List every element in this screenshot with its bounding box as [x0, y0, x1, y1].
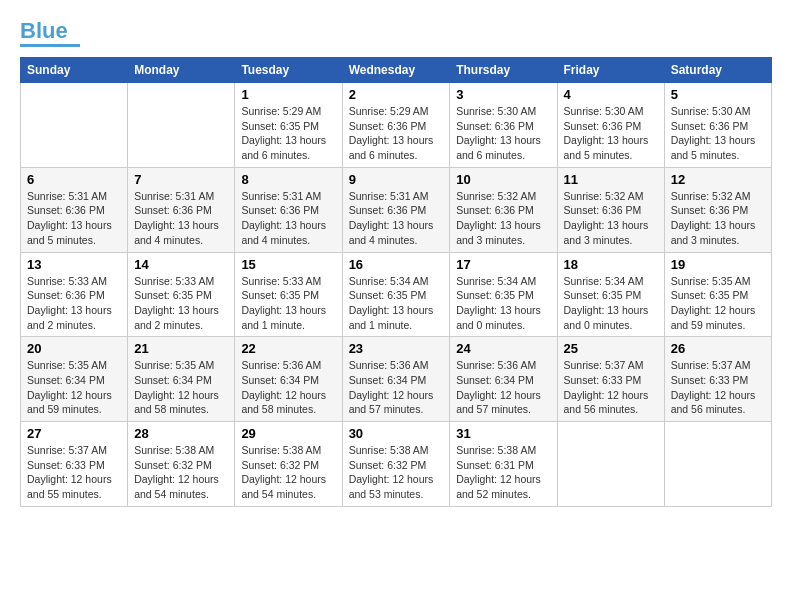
calendar-week-5: 27Sunrise: 5:37 AM Sunset: 6:33 PM Dayli… — [21, 422, 772, 507]
calendar-cell: 6Sunrise: 5:31 AM Sunset: 6:36 PM Daylig… — [21, 167, 128, 252]
logo-underline — [20, 44, 80, 47]
day-info: Sunrise: 5:33 AM Sunset: 6:36 PM Dayligh… — [27, 274, 121, 333]
calendar-cell: 15Sunrise: 5:33 AM Sunset: 6:35 PM Dayli… — [235, 252, 342, 337]
calendar-cell: 22Sunrise: 5:36 AM Sunset: 6:34 PM Dayli… — [235, 337, 342, 422]
day-header-thursday: Thursday — [450, 58, 557, 83]
day-number: 13 — [27, 257, 121, 272]
day-info: Sunrise: 5:30 AM Sunset: 6:36 PM Dayligh… — [456, 104, 550, 163]
day-info: Sunrise: 5:36 AM Sunset: 6:34 PM Dayligh… — [349, 358, 444, 417]
day-info: Sunrise: 5:31 AM Sunset: 6:36 PM Dayligh… — [241, 189, 335, 248]
calendar-cell: 20Sunrise: 5:35 AM Sunset: 6:34 PM Dayli… — [21, 337, 128, 422]
day-info: Sunrise: 5:29 AM Sunset: 6:36 PM Dayligh… — [349, 104, 444, 163]
day-number: 8 — [241, 172, 335, 187]
day-number: 16 — [349, 257, 444, 272]
day-info: Sunrise: 5:34 AM Sunset: 6:35 PM Dayligh… — [456, 274, 550, 333]
day-info: Sunrise: 5:37 AM Sunset: 6:33 PM Dayligh… — [27, 443, 121, 502]
calendar-cell: 12Sunrise: 5:32 AM Sunset: 6:36 PM Dayli… — [664, 167, 771, 252]
logo-blue: Blue — [20, 18, 68, 43]
calendar-cell: 9Sunrise: 5:31 AM Sunset: 6:36 PM Daylig… — [342, 167, 450, 252]
day-header-tuesday: Tuesday — [235, 58, 342, 83]
day-number: 10 — [456, 172, 550, 187]
day-number: 3 — [456, 87, 550, 102]
day-number: 14 — [134, 257, 228, 272]
day-number: 27 — [27, 426, 121, 441]
day-number: 1 — [241, 87, 335, 102]
day-info: Sunrise: 5:33 AM Sunset: 6:35 PM Dayligh… — [241, 274, 335, 333]
day-info: Sunrise: 5:32 AM Sunset: 6:36 PM Dayligh… — [671, 189, 765, 248]
day-info: Sunrise: 5:31 AM Sunset: 6:36 PM Dayligh… — [27, 189, 121, 248]
calendar-cell: 27Sunrise: 5:37 AM Sunset: 6:33 PM Dayli… — [21, 422, 128, 507]
day-info: Sunrise: 5:38 AM Sunset: 6:32 PM Dayligh… — [241, 443, 335, 502]
calendar: SundayMondayTuesdayWednesdayThursdayFrid… — [20, 57, 772, 507]
day-number: 6 — [27, 172, 121, 187]
calendar-cell: 16Sunrise: 5:34 AM Sunset: 6:35 PM Dayli… — [342, 252, 450, 337]
day-header-wednesday: Wednesday — [342, 58, 450, 83]
calendar-cell: 10Sunrise: 5:32 AM Sunset: 6:36 PM Dayli… — [450, 167, 557, 252]
day-info: Sunrise: 5:34 AM Sunset: 6:35 PM Dayligh… — [564, 274, 658, 333]
logo: Blue — [20, 20, 80, 47]
calendar-cell: 28Sunrise: 5:38 AM Sunset: 6:32 PM Dayli… — [128, 422, 235, 507]
calendar-cell: 7Sunrise: 5:31 AM Sunset: 6:36 PM Daylig… — [128, 167, 235, 252]
day-number: 9 — [349, 172, 444, 187]
day-info: Sunrise: 5:38 AM Sunset: 6:32 PM Dayligh… — [349, 443, 444, 502]
calendar-week-2: 6Sunrise: 5:31 AM Sunset: 6:36 PM Daylig… — [21, 167, 772, 252]
day-info: Sunrise: 5:35 AM Sunset: 6:34 PM Dayligh… — [27, 358, 121, 417]
day-info: Sunrise: 5:38 AM Sunset: 6:31 PM Dayligh… — [456, 443, 550, 502]
calendar-cell: 3Sunrise: 5:30 AM Sunset: 6:36 PM Daylig… — [450, 83, 557, 168]
day-number: 5 — [671, 87, 765, 102]
calendar-cell: 18Sunrise: 5:34 AM Sunset: 6:35 PM Dayli… — [557, 252, 664, 337]
calendar-cell — [21, 83, 128, 168]
calendar-cell: 14Sunrise: 5:33 AM Sunset: 6:35 PM Dayli… — [128, 252, 235, 337]
day-number: 11 — [564, 172, 658, 187]
day-number: 17 — [456, 257, 550, 272]
day-info: Sunrise: 5:34 AM Sunset: 6:35 PM Dayligh… — [349, 274, 444, 333]
day-number: 4 — [564, 87, 658, 102]
calendar-cell: 23Sunrise: 5:36 AM Sunset: 6:34 PM Dayli… — [342, 337, 450, 422]
calendar-cell — [128, 83, 235, 168]
calendar-cell: 8Sunrise: 5:31 AM Sunset: 6:36 PM Daylig… — [235, 167, 342, 252]
calendar-cell: 25Sunrise: 5:37 AM Sunset: 6:33 PM Dayli… — [557, 337, 664, 422]
day-number: 30 — [349, 426, 444, 441]
calendar-cell: 24Sunrise: 5:36 AM Sunset: 6:34 PM Dayli… — [450, 337, 557, 422]
page-header: Blue — [20, 20, 772, 47]
calendar-week-1: 1Sunrise: 5:29 AM Sunset: 6:35 PM Daylig… — [21, 83, 772, 168]
calendar-cell: 19Sunrise: 5:35 AM Sunset: 6:35 PM Dayli… — [664, 252, 771, 337]
day-number: 15 — [241, 257, 335, 272]
day-info: Sunrise: 5:37 AM Sunset: 6:33 PM Dayligh… — [564, 358, 658, 417]
calendar-cell: 4Sunrise: 5:30 AM Sunset: 6:36 PM Daylig… — [557, 83, 664, 168]
calendar-header-row: SundayMondayTuesdayWednesdayThursdayFrid… — [21, 58, 772, 83]
day-info: Sunrise: 5:32 AM Sunset: 6:36 PM Dayligh… — [564, 189, 658, 248]
day-info: Sunrise: 5:38 AM Sunset: 6:32 PM Dayligh… — [134, 443, 228, 502]
calendar-cell — [664, 422, 771, 507]
day-number: 26 — [671, 341, 765, 356]
day-info: Sunrise: 5:35 AM Sunset: 6:34 PM Dayligh… — [134, 358, 228, 417]
calendar-cell: 1Sunrise: 5:29 AM Sunset: 6:35 PM Daylig… — [235, 83, 342, 168]
day-number: 7 — [134, 172, 228, 187]
day-number: 12 — [671, 172, 765, 187]
day-number: 20 — [27, 341, 121, 356]
day-number: 23 — [349, 341, 444, 356]
day-info: Sunrise: 5:30 AM Sunset: 6:36 PM Dayligh… — [564, 104, 658, 163]
day-number: 18 — [564, 257, 658, 272]
day-number: 21 — [134, 341, 228, 356]
day-info: Sunrise: 5:32 AM Sunset: 6:36 PM Dayligh… — [456, 189, 550, 248]
day-number: 29 — [241, 426, 335, 441]
logo-text: Blue — [20, 20, 68, 42]
calendar-cell: 31Sunrise: 5:38 AM Sunset: 6:31 PM Dayli… — [450, 422, 557, 507]
day-header-friday: Friday — [557, 58, 664, 83]
day-number: 2 — [349, 87, 444, 102]
day-number: 25 — [564, 341, 658, 356]
calendar-cell: 30Sunrise: 5:38 AM Sunset: 6:32 PM Dayli… — [342, 422, 450, 507]
day-info: Sunrise: 5:30 AM Sunset: 6:36 PM Dayligh… — [671, 104, 765, 163]
day-number: 19 — [671, 257, 765, 272]
calendar-cell: 26Sunrise: 5:37 AM Sunset: 6:33 PM Dayli… — [664, 337, 771, 422]
day-info: Sunrise: 5:36 AM Sunset: 6:34 PM Dayligh… — [241, 358, 335, 417]
calendar-cell — [557, 422, 664, 507]
calendar-cell: 21Sunrise: 5:35 AM Sunset: 6:34 PM Dayli… — [128, 337, 235, 422]
day-info: Sunrise: 5:35 AM Sunset: 6:35 PM Dayligh… — [671, 274, 765, 333]
calendar-week-4: 20Sunrise: 5:35 AM Sunset: 6:34 PM Dayli… — [21, 337, 772, 422]
day-number: 24 — [456, 341, 550, 356]
day-number: 28 — [134, 426, 228, 441]
calendar-cell: 5Sunrise: 5:30 AM Sunset: 6:36 PM Daylig… — [664, 83, 771, 168]
calendar-cell: 17Sunrise: 5:34 AM Sunset: 6:35 PM Dayli… — [450, 252, 557, 337]
